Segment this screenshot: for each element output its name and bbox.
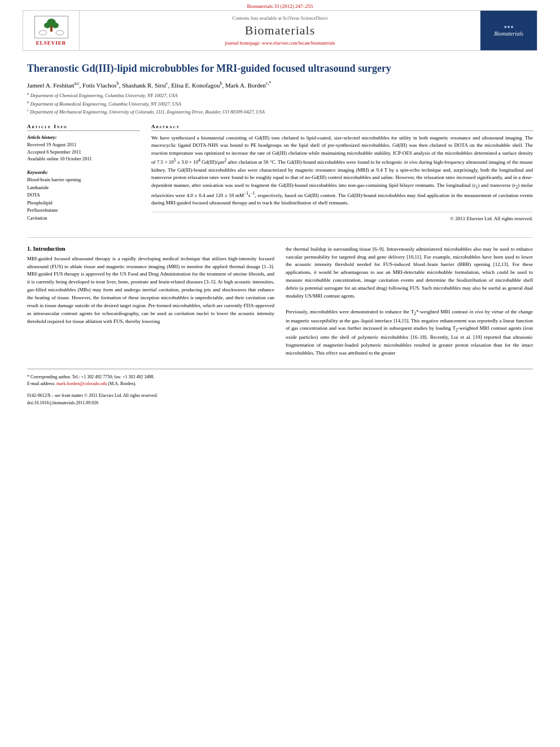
authors-line: Jameel A. Feshitana,c, Fotis Vlachosb, S… bbox=[27, 81, 533, 89]
svg-point-2 bbox=[44, 23, 51, 28]
journal-homepage: journal homepage: www.elsevier.com/locat… bbox=[225, 40, 335, 46]
abstract-header: Abstract bbox=[151, 124, 533, 131]
doi-line: doi:10.1016/j.biomaterials.2011.09.026 bbox=[27, 400, 533, 407]
email-address: mark.borden@colorado.edu bbox=[56, 381, 107, 386]
keyword-4: Phospholipid bbox=[27, 199, 140, 207]
authors-text: Jameel A. Feshitana,c, Fotis Vlachosb, S… bbox=[27, 82, 271, 89]
intro-col-right: the thermal buildup in surrounding tissu… bbox=[286, 246, 533, 357]
article-title: Theranostic Gd(III)-lipid microbubbles f… bbox=[27, 62, 533, 75]
issn-line: 0142-9612/$ – see front matter © 2011 El… bbox=[27, 392, 533, 400]
keywords-box: Keywords: Blood-brain barrier opening La… bbox=[27, 169, 140, 222]
journal-header: ELSEVIER Contents lists available at Sci… bbox=[23, 10, 537, 51]
contents-available-text: Contents lists available at SciVerse Sci… bbox=[233, 15, 328, 21]
elsevier-label: ELSEVIER bbox=[36, 40, 67, 46]
journal-badge-area: ■ ■ ■ Biomaterials bbox=[480, 11, 537, 50]
abstract-text: We have synthesized a biomaterial consis… bbox=[151, 134, 533, 207]
received-date: Received 19 August 2011 bbox=[27, 141, 140, 148]
keyword-3: DOTA bbox=[27, 191, 140, 199]
abstract-column: Abstract We have synthesized a biomateri… bbox=[151, 124, 533, 229]
keyword-5: Perfluorobutane bbox=[27, 207, 140, 215]
keyword-6: Cavitation bbox=[27, 215, 140, 222]
elsevier-logo-area: ELSEVIER bbox=[23, 11, 80, 50]
section-divider bbox=[27, 237, 533, 238]
introduction-section: 1. Introduction MRI-guided focused ultra… bbox=[27, 246, 533, 357]
affiliations: a Department of Chemical Engineering, Co… bbox=[27, 91, 533, 116]
article-info-abstract-section: Article Info Article history: Received 1… bbox=[27, 124, 533, 229]
intro-col1-text: MRI-guided focused ultrasound therapy is… bbox=[27, 255, 274, 326]
journal-title-area: Contents lists available at SciVerse Sci… bbox=[80, 11, 480, 50]
keywords-label: Keywords: bbox=[27, 169, 140, 175]
available-date: Available online 10 October 2011 bbox=[27, 155, 140, 163]
history-label: Article history: bbox=[27, 134, 140, 140]
journal-title: Biomaterials bbox=[245, 23, 315, 38]
journal-reference-bar: Biomaterials 33 (2012) 247–255 bbox=[0, 0, 560, 10]
introduction-heading: 1. Introduction bbox=[27, 246, 274, 252]
elsevier-logo: ELSEVIER bbox=[34, 16, 68, 46]
biomaterials-badge: ■ ■ ■ Biomaterials bbox=[494, 25, 523, 37]
article-info-header: Article Info bbox=[27, 124, 140, 131]
svg-point-3 bbox=[52, 23, 59, 28]
keyword-1: Blood-brain barrier opening bbox=[27, 176, 140, 184]
article-info-column: Article Info Article history: Received 1… bbox=[27, 124, 140, 229]
corresponding-author-note: * Corresponding author. Tel.: +1 302 492… bbox=[27, 374, 533, 381]
affiliation-a: a Department of Chemical Engineering, Co… bbox=[27, 91, 533, 99]
article-info-box: Article Info Article history: Received 1… bbox=[27, 124, 140, 163]
copyright-line: © 2011 Elsevier Ltd. All rights reserved… bbox=[151, 212, 533, 221]
accepted-date: Accepted 6 September 2011 bbox=[27, 148, 140, 156]
footer-area: * Corresponding author. Tel.: +1 302 492… bbox=[27, 369, 533, 407]
journal-ref-text: Biomaterials 33 (2012) 247–255 bbox=[247, 3, 313, 9]
affiliation-b: b Department of Biomedical Engineering, … bbox=[27, 99, 533, 108]
email-line: E-mail address: mark.borden@colorado.edu… bbox=[27, 381, 533, 388]
keywords-list: Blood-brain barrier opening Lanthanide D… bbox=[27, 176, 140, 222]
intro-col-left: 1. Introduction MRI-guided focused ultra… bbox=[27, 246, 274, 357]
svg-rect-4 bbox=[50, 26, 53, 32]
affiliation-c: c Department of Mechanical Engineering, … bbox=[27, 107, 533, 116]
intro-col2-text: the thermal buildup in surrounding tissu… bbox=[286, 246, 533, 357]
keyword-2: Lanthanide bbox=[27, 184, 140, 192]
main-content: Theranostic Gd(III)-lipid microbubbles f… bbox=[0, 51, 560, 418]
elsevier-logo-image bbox=[34, 16, 68, 38]
